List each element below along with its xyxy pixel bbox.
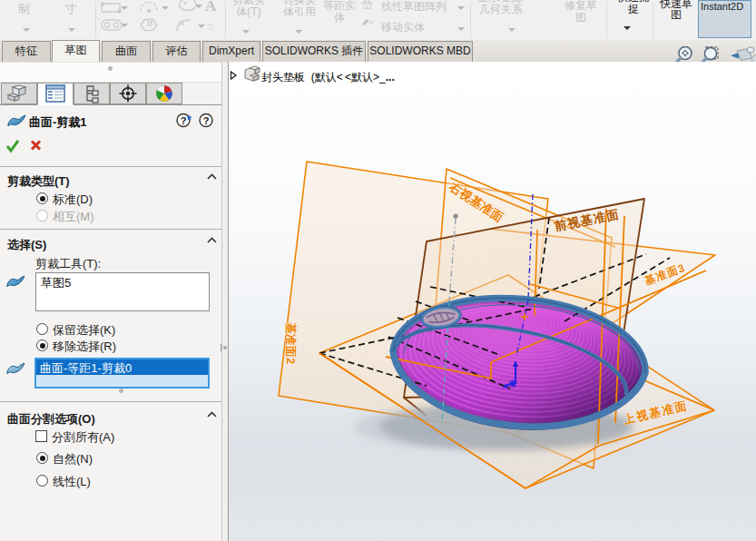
svg-text:?: ?	[203, 115, 210, 126]
svg-text:基准面2: 基准面2	[284, 322, 298, 364]
svg-text:?: ?	[181, 115, 187, 126]
